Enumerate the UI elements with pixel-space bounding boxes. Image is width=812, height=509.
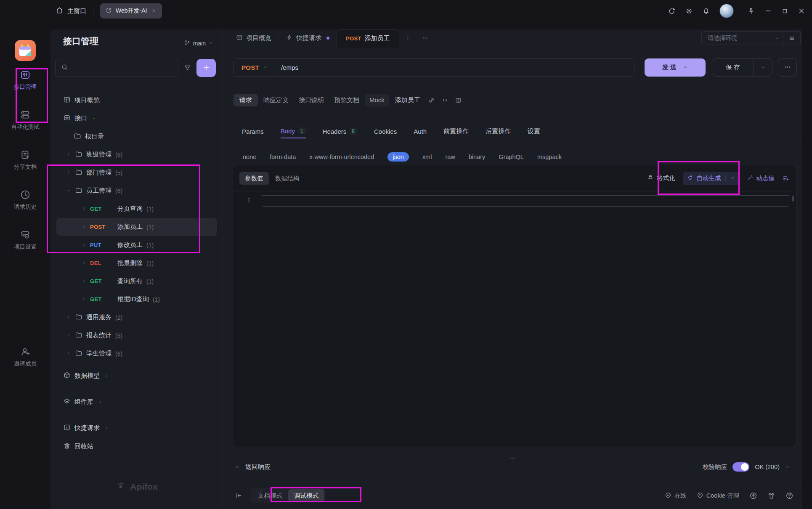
request-subtab-4[interactable]: Mock <box>365 94 389 106</box>
rail-item-api-management[interactable]: 接口管理 <box>11 69 40 91</box>
tree-item-12[interactable]: 通用服务(2) <box>56 308 217 326</box>
editor-scrollbar[interactable] <box>792 196 794 201</box>
body-tab-params[interactable]: Params <box>242 124 264 138</box>
environment-selector[interactable]: 请选择环境 <box>701 31 801 45</box>
body-type-msgpack[interactable]: msgpack <box>537 154 562 160</box>
settings-button[interactable] <box>685 7 693 15</box>
help-button[interactable] <box>785 492 793 500</box>
chevron-right-icon-wrap[interactable] <box>66 332 71 339</box>
response-status[interactable]: OK (200) <box>755 464 780 470</box>
mode-tab-1[interactable]: 调试模式 <box>288 489 324 502</box>
body-tab-后置操作[interactable]: 后置操作 <box>486 124 511 138</box>
send-button[interactable]: 发 送 <box>645 58 706 77</box>
close-window-button[interactable] <box>798 7 805 15</box>
body-tab-cookies[interactable]: Cookies <box>374 124 397 138</box>
body-type-none[interactable]: none <box>243 154 256 160</box>
tab-list-button[interactable] <box>417 34 434 42</box>
tree-item-2[interactable]: 根目录 <box>56 127 217 146</box>
word-wrap-button[interactable] <box>782 175 790 182</box>
tree-item-put-8[interactable]: PUT修改员工(1) <box>56 236 217 254</box>
mode-tab-0[interactable]: 文档模式 <box>252 489 288 502</box>
collapse-response-button[interactable] <box>234 464 240 470</box>
chevron-right-icon-wrap[interactable] <box>66 169 71 176</box>
format-button[interactable]: 格式化 <box>647 174 675 182</box>
body-tab-设置[interactable]: 设置 <box>528 124 540 138</box>
editor-view-tab-0[interactable]: 参数值 <box>239 172 269 185</box>
tab-quick-request[interactable]: 快捷请求 <box>279 29 337 47</box>
tree-item-get-6[interactable]: GET分页查询(1) <box>56 200 217 218</box>
body-type-GraphQL[interactable]: GraphQL <box>499 154 524 160</box>
online-status[interactable]: 在线 <box>665 492 687 500</box>
rail-item-project-settings[interactable]: 项目设置 <box>11 229 40 251</box>
tree-item-1[interactable]: 接口 <box>56 109 217 127</box>
editor-view-tab-1[interactable]: 数据结构 <box>270 172 305 185</box>
tree-item-17[interactable]: 快捷请求 <box>56 419 217 437</box>
chevron-right-icon-wrap[interactable] <box>66 350 71 357</box>
home-window-button[interactable]: 主窗口 <box>56 6 86 16</box>
branch-selector[interactable]: main <box>184 40 213 47</box>
chevron-right-icon-wrap[interactable] <box>81 296 86 303</box>
dynamic-value-button[interactable]: 动态值 <box>747 174 775 182</box>
request-subtab-3[interactable]: 预览文档 <box>329 94 364 106</box>
body-type-x-www-form-urlencoded[interactable]: x-www-form-urlencoded <box>309 154 374 160</box>
tree-item-del-9[interactable]: DEL批量删除(1) <box>56 254 217 272</box>
autogen-options-button[interactable] <box>730 175 735 182</box>
maximize-button[interactable] <box>781 8 788 15</box>
tree-item-15[interactable]: 数据模型 <box>56 367 217 385</box>
tree-item-5[interactable]: 员工管理(6) <box>56 182 217 200</box>
chevron-right-icon-wrap[interactable] <box>81 205 86 212</box>
rail-item-share-docs[interactable]: 分享文档 <box>11 149 40 171</box>
request-more-button[interactable] <box>778 58 797 77</box>
save-button[interactable]: 保 存 <box>712 58 772 77</box>
request-subtab-1[interactable]: 响应定义 <box>259 94 293 106</box>
collapse-sidebar-button[interactable] <box>235 492 242 499</box>
body-type-xml[interactable]: xml <box>422 154 432 160</box>
editor-current-line[interactable] <box>262 195 789 207</box>
request-subtab-0[interactable]: 请求 <box>234 94 258 106</box>
chevron-right-icon-wrap[interactable] <box>81 241 86 249</box>
tree-item-get-11[interactable]: GET根据ID查询(1) <box>56 290 217 308</box>
notifications-button[interactable] <box>702 7 710 15</box>
save-options-button[interactable] <box>754 59 772 76</box>
search-input[interactable] <box>55 59 178 77</box>
updates-button[interactable] <box>749 492 757 500</box>
chevron-right-icon-wrap[interactable] <box>81 260 86 267</box>
validate-response-toggle[interactable] <box>732 462 749 472</box>
sync-button[interactable] <box>668 7 676 15</box>
tab-project-overview[interactable]: 项目概览 <box>229 29 279 47</box>
tree-item-post-7[interactable]: POST添加员工(1) <box>56 218 217 236</box>
resize-handle[interactable] <box>509 455 516 461</box>
close-project-tab-button[interactable] <box>151 8 157 14</box>
body-type-form-data[interactable]: form-data <box>270 154 296 160</box>
method-select[interactable]: POST <box>234 64 268 72</box>
split-view-button[interactable] <box>455 97 462 104</box>
environment-manage-button[interactable] <box>783 35 800 42</box>
copy-link-button[interactable] <box>428 97 435 104</box>
chevron-right-icon-wrap[interactable] <box>66 151 71 158</box>
body-tab-auth[interactable]: Auth <box>414 124 427 138</box>
tab-post-add-employee[interactable]: POST 添加员工 <box>337 29 399 48</box>
tree-item-16[interactable]: 组件库 <box>56 393 217 411</box>
url-input[interactable]: POST /emps <box>234 58 634 77</box>
cookie-manager-button[interactable]: Cookie 管理 <box>697 492 739 500</box>
body-tab-body[interactable]: Body1 <box>281 124 306 138</box>
rail-item-invite-members[interactable]: 邀请成员 <box>11 346 40 368</box>
rail-item-request-history[interactable]: 请求历史 <box>11 189 40 211</box>
auto-generate-button[interactable]: 自动生成 <box>683 172 739 185</box>
rail-item-auto-test[interactable]: 自动化测试 <box>11 109 40 131</box>
filter-button[interactable] <box>183 64 192 72</box>
request-subtab-2[interactable]: 接口说明 <box>294 94 329 106</box>
body-tab-headers[interactable]: Headers8 <box>323 124 357 138</box>
tree-item-0[interactable]: 项目概览 <box>56 91 217 109</box>
body-tab-前置操作[interactable]: 前置操作 <box>443 124 469 138</box>
chevron-right-icon-wrap[interactable] <box>66 314 71 321</box>
tree-item-13[interactable]: 报表统计(5) <box>56 326 217 345</box>
pin-window-button[interactable] <box>747 7 755 15</box>
generate-code-button[interactable] <box>441 97 448 104</box>
new-tab-button[interactable] <box>399 34 417 42</box>
chevron-down-icon-wrap[interactable] <box>66 187 71 194</box>
project-logo[interactable] <box>15 40 36 61</box>
tree-item-4[interactable]: 部门管理(5) <box>56 164 217 182</box>
body-type-binary[interactable]: binary <box>469 154 486 160</box>
project-window-tab[interactable]: Web开发-AI <box>100 3 162 19</box>
